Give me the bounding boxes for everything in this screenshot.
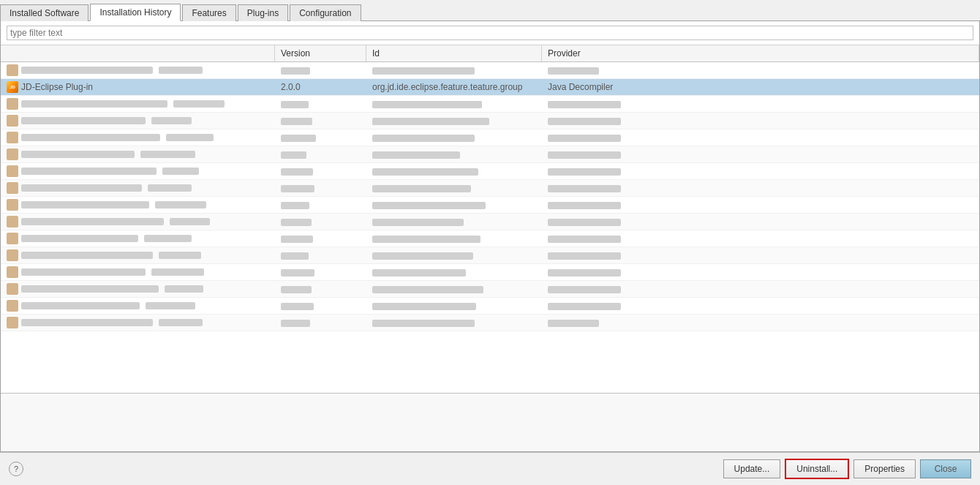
table-container: Version Id Provider JD-Eclipse Plug-in2.…: [1, 45, 979, 393]
tab-installation-history[interactable]: Installation History: [90, 4, 181, 21]
table-row[interactable]: [1, 247, 979, 264]
column-header-version: Version: [275, 45, 366, 61]
uninstall-button[interactable]: Uninstall...: [785, 459, 849, 479]
cell-id: org.jd.ide.eclipse.feature.teature.group: [366, 80, 542, 94]
table-row[interactable]: [1, 230, 979, 247]
help-button[interactable]: ?: [9, 462, 23, 476]
column-header-name: [1, 45, 275, 61]
tab-configuration[interactable]: Configuration: [290, 4, 361, 21]
button-bar: ? Update... Uninstall... Properties Clos…: [0, 452, 980, 485]
main-content: Version Id Provider JD-Eclipse Plug-in2.…: [0, 21, 980, 452]
table-row[interactable]: [1, 129, 979, 146]
tab-bar: Installed Software Installation History …: [0, 0, 980, 21]
column-header-id: Id: [366, 45, 542, 61]
cell-name: JD-Eclipse Plug-in: [1, 79, 275, 95]
cell-version: 2.0.0: [275, 80, 366, 94]
table-row[interactable]: [1, 163, 979, 180]
properties-button[interactable]: Properties: [853, 459, 916, 478]
close-button[interactable]: Close: [920, 459, 971, 478]
table-row[interactable]: [1, 180, 979, 197]
table-row[interactable]: [1, 281, 979, 298]
cell-provider: Java Decompiler: [542, 80, 979, 94]
plugin-icon: [7, 81, 18, 93]
table-row[interactable]: [1, 96, 979, 113]
tab-features[interactable]: Features: [182, 4, 235, 21]
search-input[interactable]: [7, 26, 973, 40]
table-row[interactable]: JD-Eclipse Plug-in2.0.0org.jd.ide.eclips…: [1, 79, 979, 96]
table-header: Version Id Provider: [1, 45, 979, 62]
table-row[interactable]: [1, 146, 979, 163]
table-with-scroll: JD-Eclipse Plug-in2.0.0org.jd.ide.eclips…: [1, 62, 979, 393]
update-button[interactable]: Update...: [723, 459, 781, 478]
table-row[interactable]: [1, 113, 979, 129]
table-row[interactable]: [1, 214, 979, 230]
table-body[interactable]: JD-Eclipse Plug-in2.0.0org.jd.ide.eclips…: [1, 62, 979, 393]
table-row[interactable]: [1, 315, 979, 331]
table-row[interactable]: [1, 264, 979, 281]
table-row[interactable]: [1, 298, 979, 315]
table-row[interactable]: [1, 197, 979, 214]
column-header-provider: Provider: [542, 45, 979, 61]
filter-bar: [1, 21, 979, 45]
table-row[interactable]: [1, 62, 979, 79]
cell-name-text: JD-Eclipse Plug-in: [21, 82, 93, 92]
tab-plug-ins[interactable]: Plug-ins: [238, 4, 288, 21]
detail-area[interactable]: [1, 393, 979, 451]
tab-installed-software[interactable]: Installed Software: [0, 4, 88, 21]
